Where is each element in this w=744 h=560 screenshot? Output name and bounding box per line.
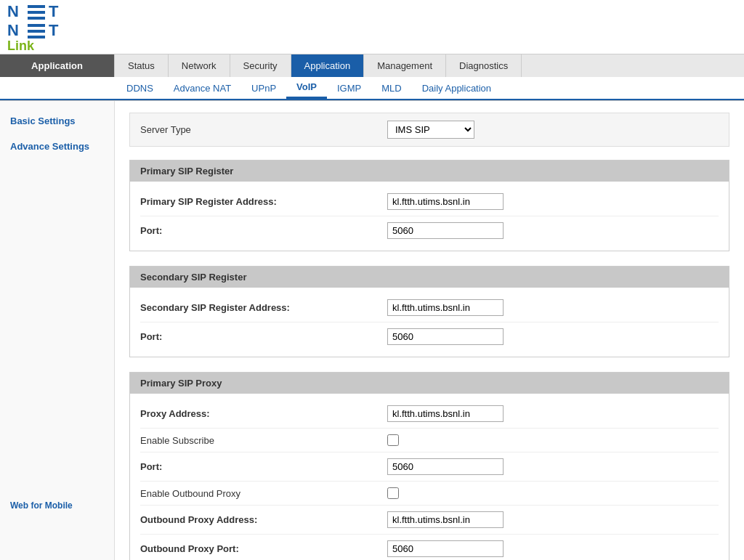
primary-sip-port-input[interactable] <box>387 222 504 239</box>
nav-sub-upnp[interactable]: UPnP <box>241 78 286 98</box>
secondary-sip-register-header: Secondary SIP Register <box>130 267 729 288</box>
sidebar-basic-settings[interactable]: Basic Settings <box>0 108 114 134</box>
nav-network[interactable]: Network <box>169 54 230 77</box>
secondary-sip-register-section: Secondary SIP Register Secondary SIP Reg… <box>129 266 729 357</box>
primary-sip-address-input[interactable] <box>387 193 504 210</box>
server-type-select[interactable]: IMS SIP Standard SIP <box>387 121 474 139</box>
primary-sip-register-header: Primary SIP Register <box>130 161 729 182</box>
nav-security[interactable]: Security <box>230 54 291 77</box>
field-row: Primary SIP Register Address: <box>140 187 719 216</box>
server-type-label: Server Type <box>140 124 387 135</box>
nav-top: Application Status Network Security Appl… <box>0 54 744 77</box>
nav-sub-voip[interactable]: VoIP <box>286 77 327 99</box>
field-row: Secondary SIP Register Address: <box>140 293 719 322</box>
nav-status[interactable]: Status <box>115 54 169 77</box>
svg-text:T: T <box>49 2 60 20</box>
enable-outbound-proxy-label: Enable Outbound Proxy <box>140 488 387 499</box>
field-row: Port: <box>140 322 719 351</box>
nav-sub-ddns[interactable]: DDNS <box>116 78 163 98</box>
nav-bar: Application Status Network Security Appl… <box>0 54 744 101</box>
svg-text:N: N <box>7 21 19 39</box>
sidebar-web-for-mobile[interactable]: Web for Mobile <box>0 493 114 518</box>
primary-sip-proxy-body: Proxy Address: Enable Subscribe Port: En… <box>130 394 729 560</box>
nav-management[interactable]: Management <box>364 54 446 77</box>
field-row: Outbound Proxy Address: <box>140 506 719 535</box>
header: N T N T Link <box>0 0 744 54</box>
nav-sub-daily-application[interactable]: Daily Application <box>412 78 501 98</box>
nav-diagnostics[interactable]: Diagnostics <box>446 54 522 77</box>
primary-sip-proxy-section: Primary SIP Proxy Proxy Address: Enable … <box>129 372 729 560</box>
enable-subscribe-label: Enable Subscribe <box>140 435 387 446</box>
nav-sub-mld[interactable]: MLD <box>371 78 411 98</box>
field-row: Enable Subscribe <box>140 429 719 453</box>
proxy-address-input[interactable] <box>387 405 504 422</box>
secondary-sip-register-body: Secondary SIP Register Address: Port: <box>130 288 729 357</box>
primary-sip-register-body: Primary SIP Register Address: Port: <box>130 182 729 251</box>
outbound-proxy-address-label: Outbound Proxy Address: <box>140 514 387 525</box>
secondary-sip-port-input[interactable] <box>387 328 504 345</box>
field-row: Port: <box>140 453 719 482</box>
outbound-proxy-port-input[interactable] <box>387 540 504 557</box>
svg-text:N: N <box>7 2 20 20</box>
nav-application-active[interactable]: Application <box>291 54 365 77</box>
field-row: Outbound Proxy Port: <box>140 535 719 560</box>
sidebar: Basic Settings Advance Settings Web for … <box>0 101 115 560</box>
primary-sip-register-section: Primary SIP Register Primary SIP Registe… <box>129 160 729 251</box>
field-row: Port: <box>140 216 719 245</box>
primary-sip-address-label: Primary SIP Register Address: <box>140 196 387 207</box>
sidebar-advance-settings[interactable]: Advance Settings <box>0 134 114 159</box>
svg-text:T: T <box>49 21 59 39</box>
proxy-port-label: Port: <box>140 461 387 472</box>
secondary-sip-address-label: Secondary SIP Register Address: <box>140 302 387 313</box>
nav-sub-igmp[interactable]: IGMP <box>327 78 371 98</box>
outbound-proxy-port-label: Outbound Proxy Port: <box>140 543 387 554</box>
secondary-sip-port-label: Port: <box>140 331 387 342</box>
logo: N T N T Link <box>7 1 87 54</box>
nav-sub-advance-nat[interactable]: Advance NAT <box>163 78 241 98</box>
server-type-row: Server Type IMS SIP Standard SIP <box>129 113 729 147</box>
enable-outbound-proxy-checkbox[interactable] <box>387 487 399 499</box>
enable-subscribe-checkbox[interactable] <box>387 434 399 446</box>
secondary-sip-address-input[interactable] <box>387 299 504 316</box>
logo-link: Link <box>7 38 34 54</box>
outbound-proxy-address-input[interactable] <box>387 511 504 528</box>
primary-sip-port-label: Port: <box>140 225 387 236</box>
main-content: Server Type IMS SIP Standard SIP Primary… <box>115 101 744 560</box>
field-row: Proxy Address: <box>140 399 719 429</box>
main-layout: Basic Settings Advance Settings Web for … <box>0 101 744 560</box>
proxy-address-label: Proxy Address: <box>140 408 387 419</box>
primary-sip-proxy-header: Primary SIP Proxy <box>130 373 729 394</box>
nav-sub: DDNS Advance NAT UPnP VoIP IGMP MLD Dail… <box>0 77 744 100</box>
field-row: Enable Outbound Proxy <box>140 482 719 506</box>
proxy-port-input[interactable] <box>387 458 504 475</box>
nav-application[interactable]: Application <box>0 54 115 77</box>
